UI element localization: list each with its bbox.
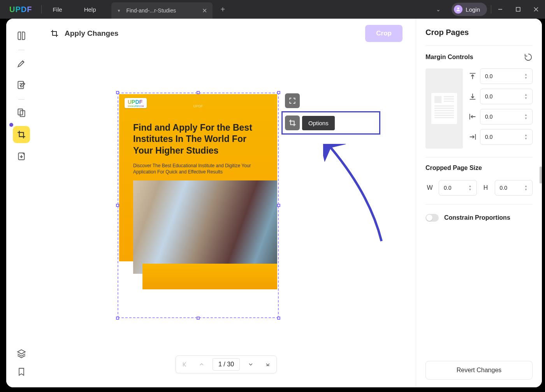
highlight-tool[interactable] (13, 55, 30, 72)
margin-right-input[interactable]: 0.0▲▼ (480, 129, 533, 145)
document-tab[interactable]: ▼ Find-and-...r-Studies ✕ (111, 2, 213, 19)
separator (425, 46, 533, 46)
svg-rect-2 (516, 7, 520, 11)
crop-handle-r[interactable] (277, 204, 280, 207)
bookmark-icon[interactable] (17, 367, 26, 378)
reset-margins-icon[interactable] (524, 53, 533, 61)
organize-tool[interactable] (13, 104, 30, 121)
separator (425, 204, 533, 205)
crop-tool[interactable] (13, 126, 30, 143)
svg-point-0 (457, 7, 459, 9)
separator (425, 157, 533, 158)
crop-pages-panel: Crop Pages Margin Controls 0.0▲▼ (416, 19, 542, 387)
reader-tool[interactable] (13, 27, 30, 44)
window-minimize-icon[interactable] (491, 0, 509, 19)
current-page: 1 (218, 361, 222, 368)
window-maximize-icon[interactable] (509, 0, 527, 19)
constrain-label: Constrain Proportions (444, 214, 510, 221)
left-toolbar (6, 19, 37, 387)
options-tooltip: Options (302, 116, 335, 130)
doc-logo: UPDF WWW.UPDF.COM (125, 98, 147, 108)
panel-scrollbar[interactable] (539, 19, 542, 387)
window-menu-chevron-icon[interactable]: ⌄ (429, 6, 448, 12)
first-page-button[interactable] (176, 355, 193, 373)
crop-handle-bl[interactable] (116, 317, 119, 320)
login-button[interactable]: Login (452, 3, 487, 16)
doc-hero-image (133, 180, 277, 274)
edit-tool[interactable] (13, 77, 30, 94)
crop-handle-b[interactable] (197, 317, 200, 320)
document-page: UPDF WWW.UPDF.COM UPDF Find and Apply Fo… (119, 94, 277, 317)
separator (18, 99, 25, 100)
login-label: Login (466, 6, 480, 13)
menu-file[interactable]: File (42, 6, 73, 13)
crop-options-button[interactable] (285, 116, 300, 130)
prev-page-button[interactable] (193, 355, 210, 373)
tab-close-icon[interactable]: ✕ (202, 7, 207, 14)
tab-dropdown-icon[interactable]: ▼ (117, 9, 121, 13)
annotation-arrow (323, 144, 389, 245)
total-pages: 30 (227, 361, 234, 368)
crop-button[interactable]: Crop (365, 25, 403, 42)
margin-bottom-input[interactable]: 0.0▲▼ (480, 89, 533, 104)
margin-left-icon (468, 112, 477, 121)
margin-left-input[interactable]: 0.0▲▼ (480, 109, 533, 124)
menu-help[interactable]: Help (73, 6, 107, 13)
constrain-proportions-toggle[interactable] (425, 214, 439, 222)
page-number-display[interactable]: 1 / 30 (213, 358, 240, 371)
options-highlight-annotation: Options (281, 111, 380, 135)
crop-handle-br[interactable] (277, 317, 280, 320)
tool-indicator-dot (9, 123, 13, 127)
window-close-icon[interactable] (527, 0, 545, 19)
doc-title: Find and Apply For the Best Institutes I… (133, 122, 265, 156)
crop-header-icon (50, 29, 59, 38)
page-navigator: 1 / 30 (176, 355, 277, 373)
page-tool[interactable] (13, 148, 30, 165)
margin-right-icon (468, 133, 477, 141)
tab-title: Find-and-...r-Studies (126, 7, 176, 14)
margin-top-icon (468, 72, 477, 80)
last-page-button[interactable] (259, 355, 276, 373)
doc-brand-watermark: UPDF (193, 104, 203, 108)
next-page-button[interactable] (242, 355, 259, 373)
height-input[interactable]: 0.0▲▼ (495, 180, 533, 196)
fullscreen-button[interactable] (285, 93, 300, 108)
margin-preview (425, 68, 463, 149)
cropped-size-label: Cropped Page Size (425, 164, 533, 172)
width-input[interactable]: 0.0▲▼ (439, 180, 477, 196)
crop-handle-l[interactable] (116, 204, 119, 207)
crop-handle-t[interactable] (197, 91, 200, 94)
new-tab-button[interactable]: + (213, 5, 233, 14)
app-logo: UPDF (0, 5, 41, 14)
panel-title: Crop Pages (425, 28, 533, 37)
crop-handle-tl[interactable] (116, 91, 119, 94)
layers-icon[interactable] (16, 348, 26, 360)
main-canvas-area: Apply Changes Crop UPDF WWW.UPDF.COM UPD… (37, 19, 416, 387)
margin-top-input[interactable]: 0.0▲▼ (480, 68, 533, 84)
margin-controls-label: Margin Controls (425, 54, 473, 61)
crop-selection[interactable]: UPDF WWW.UPDF.COM UPDF Find and Apply Fo… (118, 93, 279, 318)
avatar-icon (454, 5, 462, 14)
height-label: H (482, 184, 490, 191)
apply-changes-label: Apply Changes (65, 29, 118, 38)
revert-changes-button[interactable]: Revert Changes (425, 361, 533, 380)
margin-bottom-icon (468, 92, 477, 101)
separator (18, 50, 25, 50)
width-label: W (425, 184, 434, 191)
crop-handle-tr[interactable] (277, 91, 280, 94)
doc-subtitle: Discover The Best Educational Institute … (133, 163, 258, 175)
